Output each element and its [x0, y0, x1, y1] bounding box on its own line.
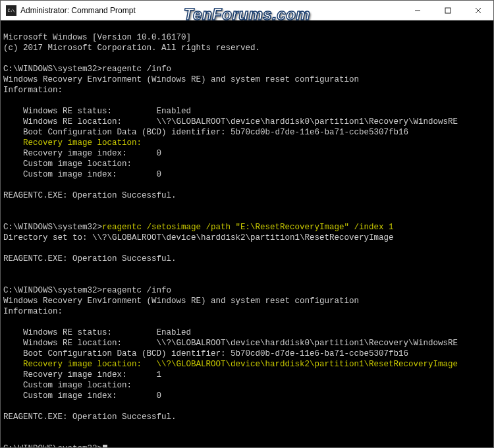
custom-image-location-row: Custom image location:	[3, 159, 157, 169]
operation-result: REAGENTC.EXE: Operation Successful.	[3, 412, 177, 422]
blank	[3, 212, 9, 221]
version-line: Microsoft Windows [Version 10.0.16170]	[3, 33, 191, 42]
command-text: reagentc /info	[102, 286, 171, 295]
value: \\?\GLOBALROOT\device\harddisk2\partitio…	[157, 360, 458, 369]
terminal-area[interactable]: Microsoft Windows [Version 10.0.16170] (…	[1, 20, 493, 447]
value: 5b70cd0b-d7de-11e6-ba71-ccbe5307fb16	[231, 349, 408, 358]
prompt: C:\WINDOWS\system32>	[3, 444, 102, 447]
value: Enabled	[157, 328, 192, 337]
svg-rect-1	[445, 8, 451, 13]
label: Boot Configuration Data (BCD) identifier…	[3, 349, 231, 358]
blank	[3, 96, 9, 105]
blank	[3, 275, 9, 285]
re-location-row: Windows RE location: \\?\GLOBALROOT\devi…	[3, 339, 458, 348]
recovery-image-location-row: Recovery image location: \\?\GLOBALROOT\…	[3, 360, 458, 369]
maximize-icon	[445, 7, 451, 14]
blank	[3, 244, 9, 253]
directory-set-line: Directory set to: \\?\GLOBALROOT\device\…	[3, 233, 394, 242]
label: Custom image location:	[3, 381, 157, 390]
label: Custom image location:	[3, 159, 157, 169]
prompt: C:\WINDOWS\system32>	[3, 65, 102, 74]
label: Boot Configuration Data (BCD) identifier…	[3, 128, 231, 137]
value: Enabled	[157, 107, 192, 116]
command-text: reagentc /setosimage /path "E:\ResetReco…	[102, 223, 394, 232]
cmd-icon	[6, 5, 16, 16]
minimize-icon	[414, 7, 421, 14]
cursor	[103, 445, 107, 447]
command-prompt-window: Administrator: Command Prompt Microsoft …	[0, 0, 494, 448]
value: \\?\GLOBALROOT\device\harddisk0\partitio…	[157, 117, 458, 126]
minimize-button[interactable]	[402, 1, 433, 20]
value: 0	[157, 170, 162, 179]
window-controls	[402, 1, 493, 20]
re-status-row: Windows RE status: Enabled	[3, 328, 191, 337]
label: Windows RE location:	[3, 117, 157, 126]
info-header: Windows Recovery Environment (Windows RE…	[3, 75, 359, 84]
cmd-line-3: C:\WINDOWS\system32>reagentc /info	[3, 286, 171, 295]
custom-image-location-row: Custom image location:	[3, 381, 157, 390]
prompt: C:\WINDOWS\system32>	[3, 223, 102, 232]
close-icon	[475, 7, 481, 14]
value: 0	[157, 391, 162, 401]
current-prompt: C:\WINDOWS\system32>	[3, 444, 107, 447]
recovery-image-location-row: Recovery image location:	[3, 138, 157, 148]
label: Windows RE status:	[3, 328, 157, 337]
info-label: Information:	[3, 307, 63, 316]
maximize-button[interactable]	[433, 1, 463, 20]
label: Recovery image location:	[3, 138, 157, 148]
close-button[interactable]	[463, 1, 493, 20]
copyright-line: (c) 2017 Microsoft Corporation. All righ…	[3, 43, 260, 53]
blank	[3, 54, 9, 63]
custom-image-index-row: Custom image index: 0	[3, 170, 161, 179]
blank	[3, 265, 9, 274]
titlebar[interactable]: Administrator: Command Prompt	[1, 1, 493, 20]
cmd-line-1: C:\WINDOWS\system32>reagentc /info	[3, 65, 171, 74]
label: Custom image index:	[3, 170, 157, 179]
blank	[3, 202, 9, 211]
label: Recovery image location:	[3, 360, 157, 369]
operation-result: REAGENTC.EXE: Operation Successful.	[3, 191, 177, 200]
custom-image-index-row: Custom image index: 0	[3, 391, 161, 401]
blank	[3, 434, 9, 443]
value: \\?\GLOBALROOT\device\harddisk0\partitio…	[157, 339, 458, 348]
label: Windows RE location:	[3, 339, 157, 348]
label: Custom image index:	[3, 391, 157, 401]
blank	[3, 402, 9, 411]
label: Windows RE status:	[3, 107, 157, 116]
operation-result: REAGENTC.EXE: Operation Successful.	[3, 254, 177, 264]
value: 1	[157, 370, 162, 379]
value: 0	[157, 149, 162, 158]
blank	[3, 423, 9, 432]
window-title: Administrator: Command Prompt	[20, 6, 402, 15]
value: 5b70cd0b-d7de-11e6-ba71-ccbe5307fb16	[231, 128, 408, 137]
info-label: Information:	[3, 86, 63, 95]
re-location-row: Windows RE location: \\?\GLOBALROOT\devi…	[3, 117, 458, 126]
label: Recovery image index:	[3, 370, 157, 379]
cmd-line-2: C:\WINDOWS\system32>reagentc /setosimage…	[3, 223, 394, 232]
bcd-row: Boot Configuration Data (BCD) identifier…	[3, 128, 408, 137]
label: Recovery image index:	[3, 149, 157, 158]
info-header: Windows Recovery Environment (Windows RE…	[3, 296, 359, 306]
prompt: C:\WINDOWS\system32>	[3, 286, 102, 295]
blank	[3, 318, 9, 327]
bcd-row: Boot Configuration Data (BCD) identifier…	[3, 349, 408, 358]
command-text: reagentc /info	[102, 65, 171, 74]
recovery-image-index-row: Recovery image index: 1	[3, 370, 161, 379]
re-status-row: Windows RE status: Enabled	[3, 107, 191, 116]
blank	[3, 181, 9, 190]
recovery-image-index-row: Recovery image index: 0	[3, 149, 161, 158]
